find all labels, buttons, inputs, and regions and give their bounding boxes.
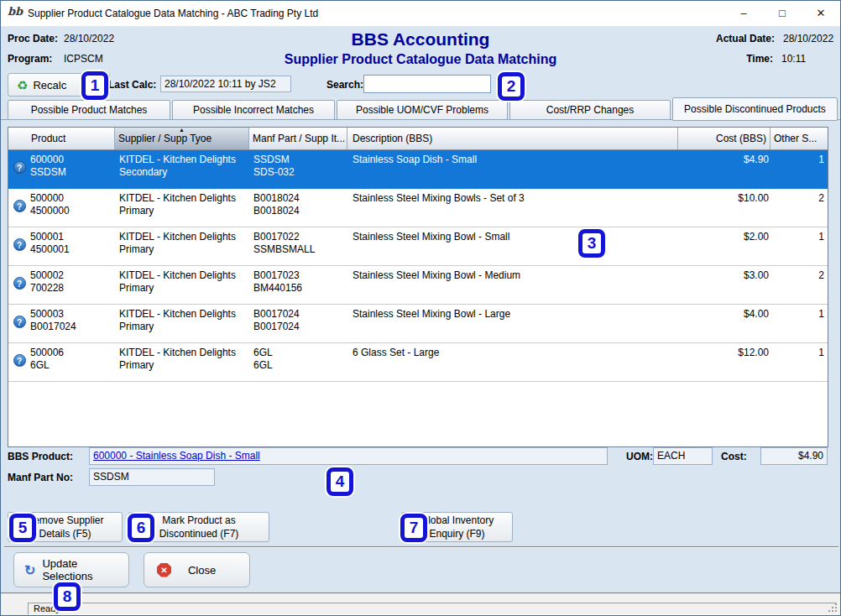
row-icon-cell: ? — [8, 189, 30, 227]
cell-product: 500003B0017024 — [30, 305, 115, 342]
maximize-button[interactable]: □ — [763, 1, 802, 26]
column-header-other[interactable]: Other S... — [770, 128, 828, 149]
page-subtitle: Supplier Product Catalogue Data Matching — [1, 52, 840, 67]
cost-field: $4.90 — [760, 447, 828, 465]
search-input[interactable] — [363, 75, 491, 93]
cell-supplier: KITDEL - Kitchen DelightsPrimary — [115, 343, 249, 381]
row-icon-cell: ? — [8, 305, 30, 342]
cell-description: Stainless Soap Dish - Small — [347, 150, 678, 188]
cell-cost: $10.00 — [678, 189, 770, 227]
cell-other: 2 — [770, 189, 828, 227]
annotation-badge-5: 5 — [9, 514, 36, 542]
annotation-badge-6: 6 — [128, 514, 154, 542]
cell-cost: $3.00 — [678, 266, 770, 304]
cell-supplier: KITDEL - Kitchen DelightsPrimary — [115, 227, 249, 265]
sort-ascending-icon: ▲ — [179, 128, 185, 133]
annotation-badge-2: 2 — [498, 72, 525, 101]
time-label: Time: — [746, 53, 773, 65]
cell-description: Stainless Steel Mixing Bowls - Set of 3 — [347, 189, 678, 227]
cell-product: 500002700228 — [30, 266, 115, 304]
table-row[interactable]: ?500003B0017024KITDEL - Kitchen Delights… — [8, 305, 828, 343]
cell-description: Stainless Steel Mixing Bowl - Small — [347, 227, 678, 265]
cell-description: Stainless Steel Mixing Bowl - Medium — [347, 266, 678, 304]
tab-possible-incorrect-matches[interactable]: Possible Incorrect Matches — [172, 100, 335, 120]
cell-other: 2 — [770, 266, 828, 304]
cell-product: 5000066GL — [30, 343, 115, 381]
time-value: 10:11 — [781, 53, 806, 65]
cell-other: 1 — [770, 305, 828, 342]
last-calc-label: Last Calc: — [108, 79, 156, 91]
cell-other: 1 — [770, 227, 828, 265]
bbs-product-label: BBS Product: — [8, 451, 73, 462]
cell-product: 5000014500001 — [30, 227, 115, 265]
tab-possible-uom-cvf-problems[interactable]: Possible UOM/CVF Problems — [337, 100, 508, 120]
table-row[interactable]: ?500002700228KITDEL - Kitchen DelightsPr… — [8, 266, 828, 305]
section-divider — [4, 546, 838, 548]
row-icon-cell: ? — [8, 266, 30, 304]
tab-possible-discontinued-products[interactable]: Possible Discontinued Products — [672, 97, 838, 121]
column-header-product[interactable]: Product — [8, 128, 115, 149]
close-window-button[interactable]: ✕ — [802, 1, 840, 26]
grid-header: Product ▲ Supplier / Supp Tyoe Manf Part… — [8, 128, 828, 150]
annotation-badge-3: 3 — [578, 229, 605, 258]
cell-supplier: KITDEL - Kitchen DelightsPrimary — [115, 266, 249, 304]
bbs-product-link[interactable]: 600000 - Stainless Soap Dish - Small — [93, 450, 260, 462]
cell-product: 5000004500000 — [30, 189, 115, 227]
update-selections-label: Update Selections — [42, 557, 128, 582]
actual-date-label: Actual Date: — [716, 33, 775, 44]
actual-date-value: 28/10/2022 — [783, 33, 833, 44]
question-icon: ? — [13, 316, 26, 328]
recalc-button-label: Recalc — [33, 79, 66, 91]
row-icon-cell: ? — [8, 150, 30, 188]
resize-grip[interactable] — [835, 610, 837, 612]
app-icon: bb — [8, 5, 23, 20]
cell-cost: $2.00 — [678, 227, 770, 265]
cell-other: 1 — [770, 343, 828, 381]
table-row[interactable]: ?5000004500000KITDEL - Kitchen DelightsP… — [8, 189, 828, 227]
column-header-manf-part[interactable]: Manf Part / Supp It... — [249, 128, 347, 149]
uom-label: UOM: — [626, 451, 653, 462]
annotation-badge-1: 1 — [81, 71, 108, 100]
recycle-icon: ♻ — [17, 79, 28, 91]
cell-manf-part: 6GL6GL — [249, 343, 347, 381]
annotation-badge-7: 7 — [400, 514, 427, 542]
column-header-cost[interactable]: Cost (BBS) — [678, 128, 770, 149]
cell-cost: $4.90 — [678, 150, 770, 188]
column-header-supplier[interactable]: ▲ Supplier / Supp Tyoe — [115, 128, 249, 149]
column-header-description[interactable]: Description (BBS) — [347, 128, 678, 149]
tab-cost-rrp-changes[interactable]: Cost/RRP Changes — [509, 100, 671, 120]
annotation-badge-4: 4 — [326, 467, 353, 496]
cell-other: 1 — [770, 150, 828, 188]
table-row[interactable]: ?600000SSDSMKITDEL - Kitchen DelightsSec… — [8, 150, 828, 189]
minimize-button[interactable]: – — [724, 1, 763, 26]
last-calc-field: 28/10/2022 10:11 by JS2 — [160, 76, 291, 92]
window-title: Supplier Product Catalogue Data Matching… — [28, 8, 318, 19]
question-icon: ? — [13, 238, 26, 251]
cell-supplier: KITDEL - Kitchen DelightsSecondary — [115, 150, 249, 188]
cell-manf-part: B0018024B0018024 — [249, 189, 347, 227]
close-button[interactable]: ✕ Close — [144, 552, 250, 587]
title-bar: bb Supplier Product Catalogue Data Match… — [1, 1, 840, 27]
manf-part-no-label: Manf Part No: — [8, 472, 73, 483]
table-row[interactable]: ?5000066GLKITDEL - Kitchen DelightsPrima… — [8, 343, 828, 382]
cell-product: 600000SSDSM — [30, 150, 115, 188]
table-row[interactable]: ?5000014500001KITDEL - Kitchen DelightsP… — [8, 227, 828, 266]
cell-supplier: KITDEL - Kitchen DelightsPrimary — [115, 305, 249, 342]
close-circle-icon: ✕ — [157, 563, 171, 577]
status-bar: Ready — [1, 593, 841, 616]
close-button-label: Close — [171, 564, 232, 577]
cell-description: 6 Glass Set - Large — [347, 343, 678, 381]
results-grid: Product ▲ Supplier / Supp Tyoe Manf Part… — [8, 127, 828, 447]
bbs-product-field: 600000 - Stainless Soap Dish - Small — [89, 447, 608, 465]
cost-label: Cost: — [721, 451, 747, 462]
uom-field: EACH — [653, 447, 713, 465]
question-icon: ? — [13, 161, 26, 174]
question-icon: ? — [13, 277, 26, 290]
cell-description: Stainless Steel Mixing Bowl - Large — [347, 305, 678, 342]
tab-possible-product-matches[interactable]: Possible Product Matches — [8, 100, 170, 120]
cell-manf-part: B0017022SSMBSMALL — [249, 227, 347, 265]
cell-manf-part: B0017024B0017024 — [249, 305, 347, 342]
cell-manf-part: B0017023BM440156 — [249, 266, 347, 304]
search-label: Search: — [326, 79, 363, 91]
cell-manf-part: SSDSMSDS-032 — [249, 150, 347, 188]
